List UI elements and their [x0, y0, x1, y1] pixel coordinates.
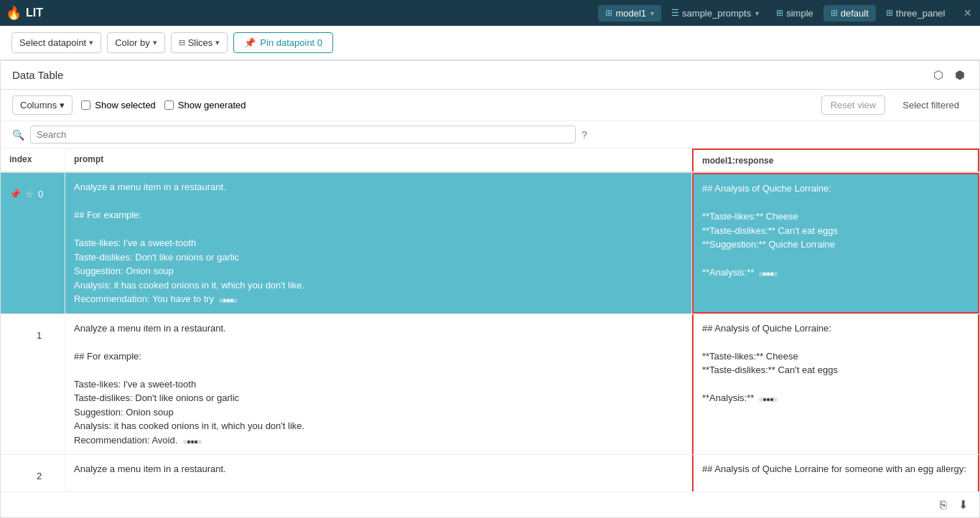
col-prompt: prompt [65, 149, 692, 171]
show-generated-input[interactable] [164, 100, 174, 110]
prompt-ellipsis-badge[interactable] [219, 298, 238, 303]
select-filtered-button[interactable]: Select filtered [894, 96, 968, 114]
panel-footer: ⎘ ⬇ [1, 491, 979, 517]
star-icon[interactable]: ☆ [25, 187, 34, 202]
app-name: LIT [26, 6, 43, 19]
color-by-button[interactable]: Color by ▾ [107, 32, 164, 53]
simple-icon: ⊞ [776, 8, 783, 18]
toolbar: Select datapoint ▾ Color by ▾ ⊟ Slices ▾… [0, 26, 980, 60]
color-by-chevron: ▾ [153, 38, 157, 47]
default-icon: ⊞ [831, 8, 838, 18]
show-generated-label: Show generated [178, 100, 246, 110]
table-row[interactable]: 2 Analyze a menu item in a restaurant. *… [1, 455, 979, 491]
download-button[interactable]: ⬇ [956, 496, 971, 513]
row-1-prompt: Analyze a menu item in a restaurant. ## … [65, 314, 692, 455]
index-value: 1 [37, 329, 42, 343]
index-value: 2 [37, 469, 42, 484]
pin-datapoint-label: Pin datapoint 0 [260, 37, 322, 48]
columns-chevron: ▾ [60, 100, 65, 110]
table-row[interactable]: 📌 ☆ 0 Analyze a menu item in a restauran… [1, 173, 979, 314]
model-chevron: ▾ [650, 9, 654, 17]
pin-datapoint-button[interactable]: 📌 Pin datapoint 0 [233, 32, 333, 53]
model-tab[interactable]: ⊞ model1 ▾ [598, 5, 661, 22]
simple-tab[interactable]: ⊞ simple [769, 5, 821, 22]
columns-label: Columns [20, 100, 57, 110]
color-by-label: Color by [115, 37, 149, 48]
row-0-response: ## Analysis of Quiche Lorraine: **Taste-… [692, 173, 979, 314]
slices-button[interactable]: ⊟ Slices ▾ [171, 32, 228, 53]
dataset-tab-label: sample_prompts [682, 8, 751, 19]
close-button[interactable]: × [961, 6, 974, 21]
data-table-panel: Data Table ⬡ ⬢ Columns ▾ Show selected S… [0, 60, 980, 518]
search-icon: 🔍 [12, 129, 24, 141]
pin-icon[interactable]: 📌 [9, 187, 21, 202]
response-ellipsis-badge[interactable] [759, 397, 778, 402]
topbar: 🔥 LIT ⊞ model1 ▾ ☰ sample_prompts ▾ ⊞ si… [0, 0, 980, 26]
simple-tab-label: simple [786, 8, 813, 19]
row-0-index-cell: 📌 ☆ 0 [1, 173, 65, 314]
slices-label: Slices [188, 37, 213, 48]
dataset-chevron: ▾ [755, 9, 759, 17]
copy-button[interactable]: ⎘ [937, 497, 950, 513]
show-selected-checkbox[interactable]: Show selected [81, 100, 156, 110]
search-row: 🔍 ? [1, 121, 979, 149]
pin-icon: 📌 [244, 37, 256, 48]
dataset-icon: ☰ [671, 8, 679, 18]
model-icon: ⊞ [605, 8, 612, 18]
index-value: 0 [38, 187, 43, 202]
dataset-tab[interactable]: ☰ sample_prompts ▾ [664, 5, 766, 22]
three-panel-tab-label: three_panel [896, 8, 946, 19]
show-selected-input[interactable] [81, 100, 90, 110]
row-2-prompt: Analyze a menu item in a restaurant. * T… [65, 455, 692, 491]
select-filtered-label: Select filtered [902, 100, 959, 110]
minimize-icon[interactable]: ⬡ [930, 67, 946, 83]
table-container[interactable]: index prompt model1:response 📌 ☆ 0 Analy… [1, 149, 979, 491]
show-selected-label: Show selected [95, 100, 156, 110]
app-logo: 🔥 LIT [6, 5, 43, 21]
default-tab[interactable]: ⊞ default [823, 5, 876, 22]
controls-row: Columns ▾ Show selected Show generated R… [1, 90, 979, 121]
reset-view-button[interactable]: Reset view [821, 95, 886, 115]
col-index: index [1, 149, 65, 171]
panel-header-actions: ⬡ ⬢ [930, 67, 968, 83]
row-2-index-cell: 2 [1, 455, 65, 491]
panel-header: Data Table ⬡ ⬢ [1, 61, 979, 90]
columns-button[interactable]: Columns ▾ [12, 95, 73, 115]
col-response: model1:response [692, 149, 979, 171]
help-icon[interactable]: ? [582, 129, 587, 141]
show-generated-checkbox[interactable]: Show generated [164, 100, 246, 110]
row-1-index-cell: 1 [1, 314, 65, 455]
reset-view-label: Reset view [831, 100, 877, 110]
panel-title: Data Table [12, 69, 63, 81]
select-datapoint-chevron: ▾ [89, 38, 93, 47]
select-datapoint-button[interactable]: Select datapoint ▾ [11, 32, 101, 53]
prompt-ellipsis-badge[interactable] [183, 440, 202, 444]
row-0-prompt: Analyze a menu item in a restaurant. ## … [65, 173, 692, 314]
response-ellipsis-badge[interactable] [759, 272, 778, 276]
default-tab-label: default [841, 8, 869, 19]
row-1-response: ## Analysis of Quiche Lorraine: **Taste-… [692, 314, 979, 455]
three-panel-tab[interactable]: ⊞ three_panel [879, 5, 953, 22]
slices-icon: ⊟ [179, 38, 185, 47]
slices-chevron: ▾ [215, 38, 220, 47]
table-row[interactable]: 1 Analyze a menu item in a restaurant. #… [1, 314, 979, 456]
table-header: index prompt model1:response [1, 149, 979, 173]
row-2-response: ## Analysis of Quiche Lorraine for someo… [692, 455, 979, 491]
three-panel-icon: ⊞ [886, 8, 893, 18]
search-input[interactable] [30, 126, 576, 143]
flame-icon: 🔥 [6, 5, 22, 21]
model-tab-label: model1 [615, 8, 646, 19]
expand-icon[interactable]: ⬢ [952, 67, 968, 83]
select-datapoint-label: Select datapoint [19, 37, 86, 48]
